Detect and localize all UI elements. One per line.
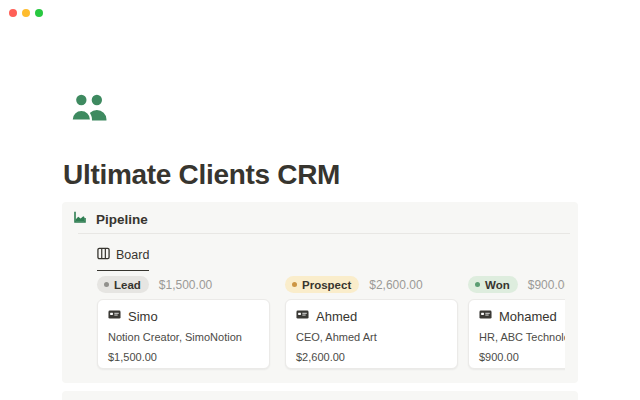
status-pill-prospect[interactable]: Prospect — [285, 276, 359, 293]
status-dot-icon — [104, 282, 109, 287]
board-view: Lead $1,500.00 — [62, 276, 565, 383]
card-subtitle: CEO, Ahmed Art — [296, 331, 447, 343]
zoom-button[interactable] — [35, 9, 43, 17]
status-label: Prospect — [302, 279, 351, 291]
pipeline-title: Pipeline — [96, 212, 148, 227]
card-ahmed[interactable]: Ahmed CEO, Ahmed Art $2,600.00 — [285, 299, 458, 369]
pipeline-section: Pipeline Board Lead — [62, 202, 578, 383]
card-title-row: Mohamed — [479, 309, 565, 323]
column-header: Prospect $2,600.00 — [285, 276, 458, 293]
status-dot-icon — [475, 282, 480, 287]
pipeline-header: Pipeline — [72, 210, 148, 228]
card-amount: $1,500.00 — [108, 351, 259, 363]
contact-card-icon — [296, 307, 309, 325]
close-button[interactable] — [9, 9, 17, 17]
card-simo[interactable]: Simo Notion Creator, SimoNotion $1,500.0… — [97, 299, 270, 369]
card-amount: $2,600.00 — [296, 351, 447, 363]
tab-board[interactable]: Board — [97, 246, 149, 271]
board-columns-icon — [97, 246, 110, 264]
card-name: Simo — [128, 309, 158, 324]
card-amount: $900.00 — [479, 351, 565, 363]
contact-card-icon — [108, 307, 121, 325]
card-title-row: Ahmed — [296, 309, 447, 323]
board-column-lead: Lead $1,500.00 — [97, 276, 270, 369]
status-label: Lead — [114, 279, 141, 291]
status-label: Won — [485, 279, 510, 291]
window-controls — [9, 9, 43, 17]
tab-board-label: Board — [116, 248, 149, 262]
card-name: Ahmed — [316, 309, 357, 324]
app-window: Ultimate Clients CRM Pipeline Board — [0, 0, 640, 400]
board-column-prospect: Prospect $2,600.00 — [285, 276, 458, 369]
status-pill-won[interactable]: Won — [468, 276, 518, 293]
column-total: $900.00 — [528, 278, 565, 292]
next-section-block — [62, 391, 578, 400]
status-dot-icon — [292, 282, 297, 287]
column-total: $1,500.00 — [159, 278, 212, 292]
people-icon — [66, 86, 112, 132]
card-name: Mohamed — [499, 309, 557, 324]
minimize-button[interactable] — [22, 9, 30, 17]
card-mohamed[interactable]: Mohamed HR, ABC Technology $900.00 — [468, 299, 565, 369]
column-header: Lead $1,500.00 — [97, 276, 270, 293]
page-title: Ultimate Clients CRM — [63, 158, 340, 192]
card-subtitle: HR, ABC Technology — [479, 331, 565, 343]
column-header: Won $900.00 — [468, 276, 565, 293]
contact-card-icon — [479, 307, 492, 325]
column-total: $2,600.00 — [369, 278, 422, 292]
status-pill-lead[interactable]: Lead — [97, 276, 149, 293]
card-title-row: Simo — [108, 309, 259, 323]
board-column-won: Won $900.00 Mo — [468, 276, 565, 369]
area-chart-icon — [72, 209, 88, 229]
divider — [78, 233, 570, 234]
card-subtitle: Notion Creator, SimoNotion — [108, 331, 259, 343]
